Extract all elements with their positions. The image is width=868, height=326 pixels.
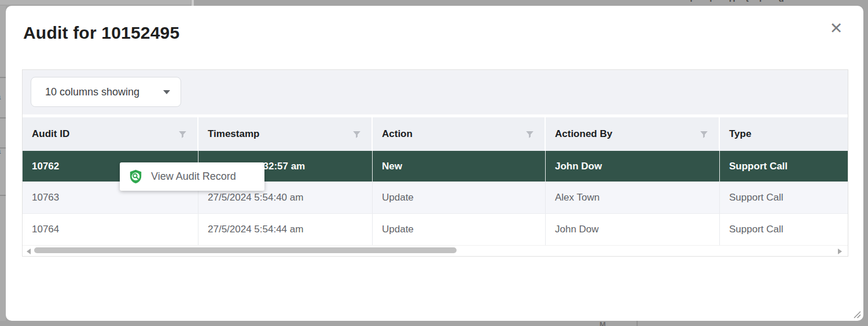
chevron-down-icon <box>163 90 170 94</box>
column-header-label: Timestamp <box>208 128 351 140</box>
column-header-audit-id[interactable]: Audit ID <box>23 117 198 151</box>
column-header-label: Actioned By <box>555 128 698 140</box>
backdrop-left-strip: a a <box>0 6 6 321</box>
column-header-type[interactable]: Type <box>720 117 848 151</box>
column-header-label: Action <box>382 128 524 140</box>
scroll-left-icon[interactable] <box>27 249 31 254</box>
column-header-label: Type <box>729 128 838 140</box>
backdrop-row-line <box>0 77 6 78</box>
backdrop-text-fragment: M <box>599 321 606 326</box>
context-menu-view-audit-record[interactable]: View Audit Record <box>120 162 264 191</box>
backdrop-panel <box>0 0 191 5</box>
backdrop-right-strip <box>863 6 868 321</box>
column-header-timestamp[interactable]: Timestamp <box>198 117 373 151</box>
grid-header-row: Audit ID Timestamp Action Actioned By Ty… <box>23 117 848 151</box>
cell-type[interactable]: Support Call <box>720 151 848 181</box>
columns-dropdown[interactable]: 10 columns showing <box>31 77 181 107</box>
resize-handle-icon[interactable] <box>852 310 861 318</box>
backdrop-top-strip: f l H t l d <box>0 0 868 6</box>
context-menu-item-label: View Audit Record <box>151 171 236 183</box>
cell-actioned-by[interactable]: John Dow <box>546 151 720 181</box>
filter-icon[interactable] <box>698 129 709 140</box>
scrollbar-thumb[interactable] <box>34 247 457 253</box>
modal-title: Audit for 10152495 <box>23 23 179 43</box>
cell-timestamp[interactable]: 27/5/2024 5:54:44 am <box>198 214 373 245</box>
filter-icon[interactable] <box>351 129 362 140</box>
cell-audit-id[interactable]: 10764 <box>23 214 198 245</box>
backdrop-row-line <box>0 147 6 149</box>
cell-actioned-by[interactable]: John Dow <box>546 214 720 245</box>
filter-icon[interactable] <box>177 129 188 140</box>
table-row[interactable]: 10764 27/5/2024 5:54:44 am Update John D… <box>23 213 848 245</box>
cell-action[interactable]: Update <box>373 182 546 213</box>
columns-dropdown-label: 10 columns showing <box>45 86 157 98</box>
shield-search-icon <box>128 169 144 184</box>
column-header-action[interactable]: Action <box>373 117 546 151</box>
scroll-right-icon[interactable] <box>838 249 842 254</box>
cell-action[interactable]: New <box>373 151 546 181</box>
cell-action[interactable]: Update <box>373 214 546 245</box>
close-icon[interactable]: ✕ <box>827 20 845 37</box>
column-header-label: Audit ID <box>32 128 177 140</box>
cell-actioned-by[interactable]: Alex Town <box>546 182 720 213</box>
cell-type[interactable]: Support Call <box>720 214 848 245</box>
backdrop-row-line <box>0 195 6 196</box>
audit-modal: Audit for 10152495 ✕ 10 columns showing … <box>6 6 863 321</box>
backdrop-text-fragment: a <box>0 146 1 155</box>
backdrop-text-fragment: f l H t l d <box>690 0 788 3</box>
filter-icon[interactable] <box>524 129 535 140</box>
backdrop-bottom-strip: M <box>0 321 868 326</box>
horizontal-scrollbar[interactable] <box>23 245 848 256</box>
backdrop-divider <box>637 321 638 326</box>
grid-toolbar: 10 columns showing <box>23 70 848 114</box>
column-header-actioned-by[interactable]: Actioned By <box>546 117 720 151</box>
backdrop-text-fragment: a <box>0 91 1 101</box>
backdrop-divider <box>192 0 194 6</box>
backdrop-row-line <box>0 117 6 118</box>
cell-type[interactable]: Support Call <box>720 182 848 213</box>
